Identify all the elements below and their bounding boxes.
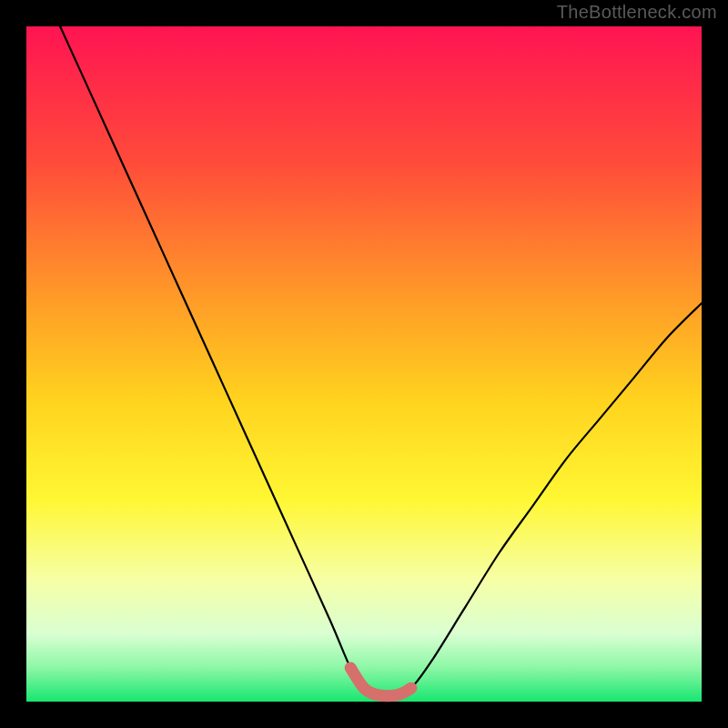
- bottleneck-chart: [0, 0, 728, 728]
- chart-frame: TheBottleneck.com: [0, 0, 728, 728]
- plot-background: [26, 26, 702, 702]
- watermark-text: TheBottleneck.com: [557, 2, 717, 23]
